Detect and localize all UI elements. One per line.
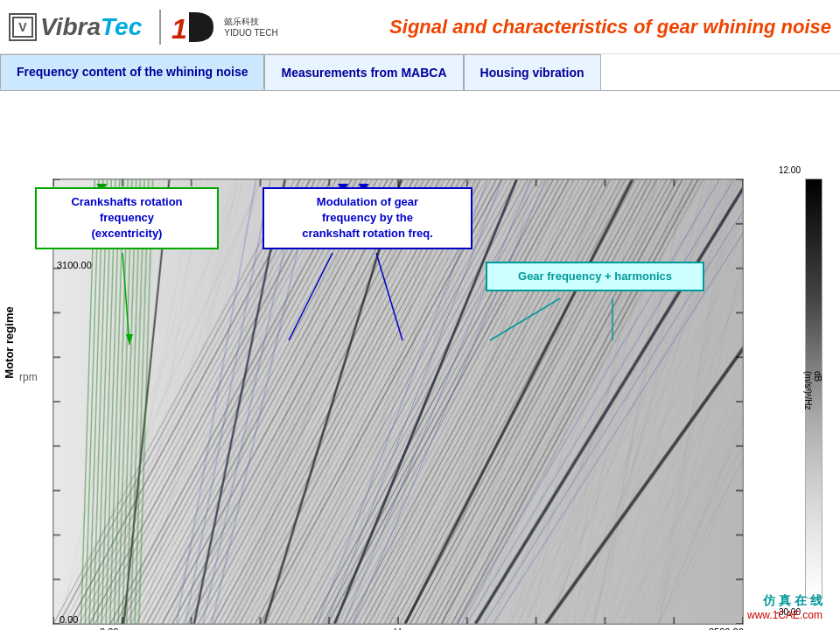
header: V VibraTec 1 懿乐科技 YIDUO TECH Signal and …: [0, 0, 840, 54]
colorbar-top-label: 12.00: [779, 165, 801, 175]
x-tick-right: 3500.00: [709, 626, 744, 630]
logo-tec-text: Tec: [101, 13, 142, 41]
main-content: Crankshafts rotationfrequency(excentrici…: [0, 91, 840, 630]
svg-text:V: V: [18, 20, 27, 34]
vibratec-logo: V VibraTec: [9, 13, 142, 41]
annotation-modulation: Modulation of gearfrequency by thecranks…: [262, 187, 472, 249]
watermark-chinese: 仿 真 在 线: [747, 593, 822, 609]
annotation-gear-freq: Gear frequency + harmonics: [486, 262, 704, 291]
y-axis-title: Motor regime: [3, 277, 16, 409]
svg-rect-3: [189, 12, 194, 42]
colorbar: 12.00 -30.00 dB(m/s²)²/Hz: [805, 178, 822, 625]
tab-frequency-content[interactable]: Frequency content of the whining noise: [0, 54, 264, 90]
x-tick-left: 0.00: [100, 626, 118, 630]
y-tick-top: 3100.00: [57, 260, 92, 270]
svg-text:1: 1: [172, 13, 187, 45]
logo-box-icon: V: [9, 13, 37, 41]
page-title: Signal and characteristics of gear whini…: [389, 16, 831, 38]
annotation-crankshaft: Crankshafts rotationfrequency(excentrici…: [35, 187, 219, 249]
y-tick-bottom: 0.00: [60, 614, 78, 625]
colorbar-title: dB(m/s²)²/Hz: [803, 371, 822, 410]
tabs-bar: Frequency content of the whining noise M…: [0, 54, 840, 91]
logo-chinese-text: 懿乐科技 YIDUO TECH: [224, 16, 278, 38]
x-unit-label: Hz: [394, 626, 407, 630]
logo-separator: [159, 10, 161, 45]
logo-vibra-text: Vibra: [40, 13, 101, 41]
tab-housing-vibration[interactable]: Housing vibration: [464, 54, 601, 90]
watermark: 仿 真 在 线 www.1CAE.com: [747, 593, 822, 621]
watermark-url: www.1CAE.com: [747, 609, 822, 621]
logo-1d: 1: [170, 7, 219, 47]
tab-measurements-mabca[interactable]: Measurements from MABCA: [264, 54, 463, 90]
rpm-label: rpm: [19, 371, 38, 383]
